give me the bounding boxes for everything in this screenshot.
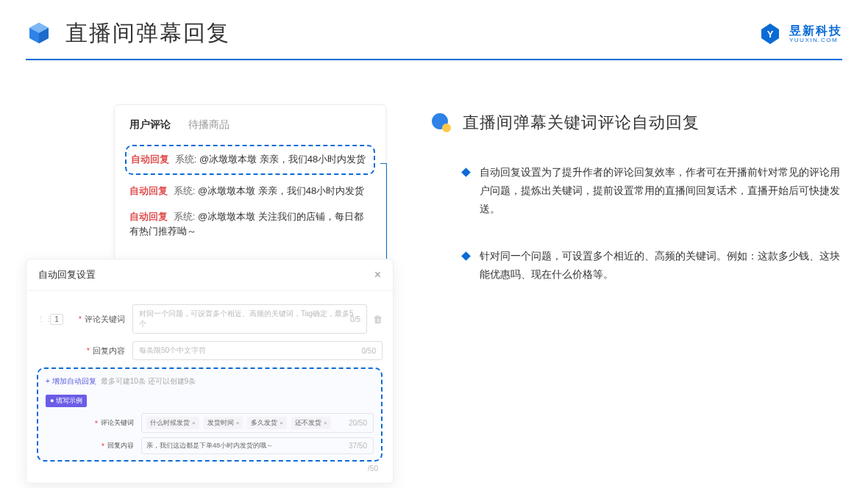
svg-text:Y: Y bbox=[767, 29, 774, 40]
content-label: 回复内容 bbox=[93, 345, 125, 356]
ex-content-label: 回复内容 bbox=[107, 441, 134, 451]
close-icon[interactable]: × bbox=[374, 268, 381, 281]
required-star: * bbox=[95, 419, 98, 428]
bubble-icon bbox=[430, 112, 452, 134]
example-block: + 增加自动回复 最多可建10条 还可以创建9条 ● 填写示例 * 评论关键词 … bbox=[37, 367, 383, 462]
system-tag: 系统: bbox=[174, 185, 196, 196]
diamond-icon bbox=[461, 251, 471, 261]
outer-counter: /50 bbox=[37, 462, 383, 473]
auto-reply-tag: 自动回复 bbox=[129, 211, 168, 222]
bullet-item: 自动回复设置为了提升作者的评论回复效率，作者可在开播前针对常见的评论用户问题，提… bbox=[430, 163, 842, 219]
dialog-title: 自动回复设置 bbox=[38, 268, 96, 281]
diamond-icon bbox=[461, 168, 471, 177]
section-title: 直播间弹幕关键词评论自动回复 bbox=[463, 112, 700, 134]
tab-comments[interactable]: 用户评论 bbox=[129, 118, 171, 132]
connector-line bbox=[380, 163, 386, 164]
row-number: 1 bbox=[50, 314, 63, 325]
system-tag: 系统: bbox=[175, 154, 197, 165]
brand-logo: Y 昱新科技 YUUXIN.COM bbox=[758, 22, 842, 46]
highlighted-comment: 自动回复 系统: @冰墩墩本墩 亲亲，我们48小时内发货 bbox=[125, 145, 375, 175]
required-star: * bbox=[87, 346, 90, 355]
auto-reply-tag: 自动回复 bbox=[129, 185, 168, 196]
drag-handle-icon[interactable]: ⋮⋮ bbox=[37, 315, 47, 324]
ex-keyword-label: 评论关键词 bbox=[101, 418, 134, 428]
comment-item: 自动回复 系统: @冰墩墩本墩 亲亲，我们48小时内发货 bbox=[129, 184, 371, 199]
system-tag: 系统: bbox=[174, 211, 196, 222]
tag-chip[interactable]: 多久发货× bbox=[247, 417, 287, 429]
comment-text: @冰墩墩本墩 亲亲，我们48小时内发货 bbox=[199, 154, 366, 165]
tab-products[interactable]: 待播商品 bbox=[188, 118, 230, 132]
logo-icon: Y bbox=[758, 22, 782, 46]
bullet-item: 针对同一个问题，可设置多个相近的、高频的关键词。例如：这款多少钱、这块能优惠吗、… bbox=[430, 247, 842, 284]
auto-reply-tag: 自动回复 bbox=[131, 154, 169, 165]
cube-icon bbox=[26, 21, 52, 47]
trash-icon[interactable]: 🗑 bbox=[373, 314, 383, 325]
tag-chip[interactable]: 还不发货× bbox=[291, 417, 331, 429]
content-input[interactable]: 每条限50个中文字符 0/50 bbox=[132, 341, 383, 360]
auto-reply-settings-dialog: 自动回复设置 × ⋮⋮ 1 * 评论关键词 对同一个问题，可设置多个相近、高频的… bbox=[26, 259, 394, 484]
logo-url: YUUXIN.COM bbox=[789, 37, 842, 43]
ex-content-input[interactable]: 亲，我们这边都是下单48小时内发货的哦～ 37/50 bbox=[141, 437, 374, 454]
logo-name: 昱新科技 bbox=[789, 25, 842, 37]
tag-chip[interactable]: 发货时间× bbox=[204, 417, 243, 429]
required-star: * bbox=[79, 315, 82, 323]
tag-chip[interactable]: 什么时候发货× bbox=[146, 417, 199, 429]
add-auto-reply-link[interactable]: + 增加自动回复 最多可建10条 还可以创建9条 bbox=[46, 376, 374, 387]
page-title: 直播间弹幕回复 bbox=[65, 18, 230, 49]
example-badge: ● 填写示例 bbox=[46, 395, 87, 407]
keyword-label: 评论关键词 bbox=[85, 314, 125, 325]
comment-text: @冰墩墩本墩 亲亲，我们48小时内发货 bbox=[198, 185, 364, 196]
svg-point-2 bbox=[442, 123, 451, 132]
keyword-input[interactable]: 对同一个问题，可设置多个相近、高频的关键词，Tag确定，最多5个 0/5 bbox=[132, 304, 367, 334]
ex-keyword-input[interactable]: 什么时候发货× 发货时间× 多久发货× 还不发货× 20/50 bbox=[141, 413, 374, 433]
comment-item: 自动回复 系统: @冰墩墩本墩 关注我们的店铺，每日都有热门推荐呦～ bbox=[129, 209, 371, 240]
required-star: * bbox=[102, 442, 104, 451]
